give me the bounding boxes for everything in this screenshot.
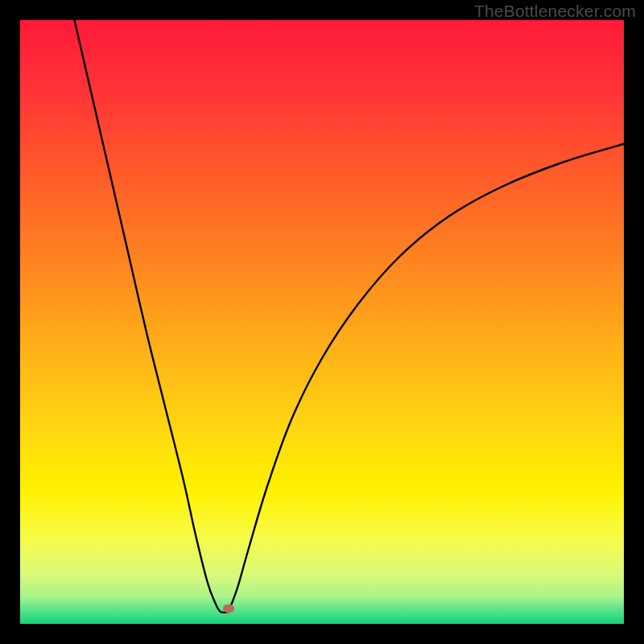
chart-svg [20,20,624,624]
watermark-text: TheBottlenecker.com [474,2,636,21]
chart-frame: TheBottlenecker.com [0,0,644,644]
plot-area [20,20,624,624]
gradient-background [20,20,624,624]
optimum-marker [223,605,234,613]
